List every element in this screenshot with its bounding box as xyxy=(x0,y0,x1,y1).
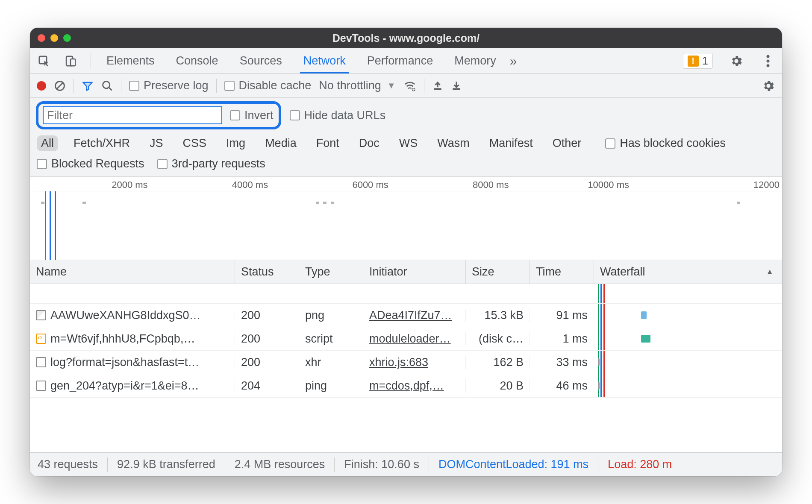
svg-point-7 xyxy=(103,81,110,88)
request-time: 91 ms xyxy=(530,309,594,322)
col-status[interactable]: Status xyxy=(235,260,299,284)
blocked-requests-checkbox[interactable]: Blocked Requests xyxy=(37,157,144,170)
status-requests: 43 requests xyxy=(38,458,98,471)
has-blocked-cookies-label: Has blocked cookies xyxy=(620,137,726,150)
search-icon[interactable] xyxy=(101,80,113,92)
import-har-icon[interactable] xyxy=(432,80,443,91)
type-filter-js[interactable]: JS xyxy=(145,135,168,151)
third-party-label: 3rd-party requests xyxy=(172,157,265,170)
svg-rect-10 xyxy=(453,88,460,90)
status-bar: 43 requests 92.9 kB transferred 2.4 MB r… xyxy=(30,452,782,476)
col-size[interactable]: Size xyxy=(466,260,530,284)
request-status: 200 xyxy=(235,309,299,322)
request-type: script xyxy=(299,332,363,346)
request-initiator[interactable]: m=cdos,dpf,… xyxy=(363,379,466,393)
request-name: log?format=json&hasfast=t… xyxy=(50,356,199,369)
network-settings-icon[interactable] xyxy=(762,79,775,93)
ruler-tick: 8000 ms xyxy=(473,179,511,190)
waterfall-cell xyxy=(594,374,782,397)
col-name[interactable]: Name xyxy=(30,260,235,284)
request-time: 33 ms xyxy=(530,356,594,369)
overview-activity xyxy=(316,202,319,204)
col-waterfall[interactable]: Waterfall▲ xyxy=(594,260,782,284)
issues-count: 1 xyxy=(702,54,708,67)
issues-badge[interactable]: ! 1 xyxy=(683,53,713,69)
more-tabs-button[interactable]: » xyxy=(510,54,517,68)
resource-type-filters-row2: Blocked Requests 3rd-party requests xyxy=(30,155,782,177)
tab-network[interactable]: Network xyxy=(300,48,349,73)
type-filter-other[interactable]: Other xyxy=(548,135,586,151)
type-filter-media[interactable]: Media xyxy=(261,135,301,151)
preserve-log-label: Preserve log xyxy=(144,79,209,92)
inspect-element-icon[interactable] xyxy=(36,53,52,69)
svg-rect-9 xyxy=(434,88,441,90)
ruler-tick: 10000 ms xyxy=(588,179,632,190)
col-type[interactable]: Type xyxy=(299,260,363,284)
has-blocked-cookies-checkbox[interactable]: Has blocked cookies xyxy=(605,137,726,150)
hide-data-urls-checkbox[interactable]: Hide data URLs xyxy=(290,109,386,122)
network-conditions-icon[interactable] xyxy=(403,79,416,92)
tab-sources[interactable]: Sources xyxy=(236,48,285,73)
type-filter-css[interactable]: CSS xyxy=(179,135,211,151)
filter-input[interactable] xyxy=(43,106,222,124)
request-size: 15.3 kB xyxy=(466,309,530,322)
filter-highlight: Invert xyxy=(36,101,281,129)
table-row[interactable]: gen_204?atyp=i&r=1&ei=8…204pingm=cdos,dp… xyxy=(30,374,782,398)
overview-dcl-marker xyxy=(50,191,51,260)
type-filter-wasm[interactable]: Wasm xyxy=(433,135,474,151)
type-filter-all[interactable]: All xyxy=(37,135,58,151)
table-row[interactable]: log?format=json&hasfast=t…200xhrxhrio.js… xyxy=(30,351,782,374)
request-initiator[interactable]: ADea4I7IfZu7… xyxy=(363,309,466,322)
titlebar: DevTools - www.google.com/ xyxy=(30,28,782,48)
tab-console[interactable]: Console xyxy=(173,48,222,73)
hide-data-urls-label: Hide data URLs xyxy=(304,109,386,122)
resource-type-filters: AllFetch/XHRJSCSSImgMediaFontDocWSWasmMa… xyxy=(30,133,782,155)
type-filter-ws[interactable]: WS xyxy=(395,135,422,151)
timeline-overview[interactable]: 2000 ms4000 ms6000 ms8000 ms10000 ms1200… xyxy=(30,177,782,260)
third-party-checkbox[interactable]: 3rd-party requests xyxy=(157,157,265,170)
type-filter-fetch-xhr[interactable]: Fetch/XHR xyxy=(69,135,134,151)
filter-toggle-icon[interactable] xyxy=(82,80,94,92)
type-filter-font[interactable]: Font xyxy=(312,135,344,151)
request-initiator[interactable]: moduleloader… xyxy=(363,332,466,346)
file-type-icon xyxy=(36,381,46,391)
settings-icon[interactable] xyxy=(728,53,744,69)
device-toolbar-icon[interactable] xyxy=(62,53,79,69)
col-initiator[interactable]: Initiator xyxy=(363,260,466,284)
separator xyxy=(121,79,121,93)
overview-activity xyxy=(331,202,334,204)
more-options-icon[interactable] xyxy=(760,53,776,69)
type-filter-doc[interactable]: Doc xyxy=(355,135,384,151)
checkbox-box xyxy=(230,110,240,120)
table-row[interactable]: AAWUweXANHG8IddxgS0…200pngADea4I7IfZu7…1… xyxy=(30,304,782,327)
record-button[interactable] xyxy=(37,81,46,91)
tab-memory[interactable]: Memory xyxy=(451,48,500,73)
ruler-tick: 12000 xyxy=(753,179,782,190)
overview-activity xyxy=(41,202,44,204)
type-filter-img[interactable]: Img xyxy=(222,135,250,151)
separator xyxy=(91,53,91,69)
tab-elements[interactable]: Elements xyxy=(103,48,158,73)
request-name: gen_204?atyp=i&r=1&ei=8… xyxy=(50,379,199,393)
type-filter-manifest[interactable]: Manifest xyxy=(485,135,537,151)
request-type: xhr xyxy=(299,356,363,369)
clear-button[interactable] xyxy=(54,80,66,92)
tab-performance[interactable]: Performance xyxy=(364,48,437,73)
status-finish: Finish: 10.60 s xyxy=(344,458,419,471)
separator xyxy=(216,79,217,93)
request-status: 204 xyxy=(235,379,299,393)
file-type-icon xyxy=(36,310,46,320)
checkbox-box xyxy=(37,159,47,169)
request-initiator[interactable]: xhrio.js:683 xyxy=(363,356,466,369)
throttling-select[interactable]: No throttling ▼ xyxy=(319,79,395,92)
overview-load-marker xyxy=(55,191,56,260)
col-time[interactable]: Time xyxy=(530,260,594,284)
overview-marker xyxy=(45,191,46,260)
disable-cache-checkbox[interactable]: Disable cache xyxy=(224,79,312,92)
requests-table-header: Name Status Type Initiator Size Time Wat… xyxy=(30,260,782,284)
table-row[interactable]: m=Wt6vjf,hhhU8,FCpbqb,…200scriptmodulelo… xyxy=(30,327,782,351)
invert-checkbox[interactable]: Invert xyxy=(230,109,274,122)
export-har-icon[interactable] xyxy=(451,80,462,91)
separator xyxy=(74,79,74,93)
preserve-log-checkbox[interactable]: Preserve log xyxy=(129,79,209,92)
